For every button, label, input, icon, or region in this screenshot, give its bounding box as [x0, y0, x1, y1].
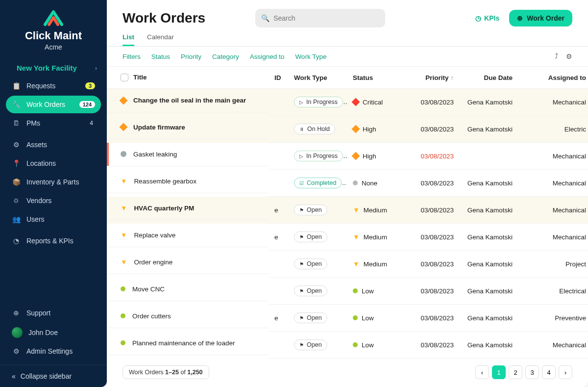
row-title: Update firmware — [133, 124, 185, 131]
diamond-icon — [120, 123, 128, 131]
nav-pms[interactable]: 🗓PMs 4 — [6, 114, 101, 132]
table-row[interactable]: ▼Replace valve e ⚑Open ▼Medium 03/08/202… — [107, 224, 588, 251]
col-work-type[interactable]: Work Type — [288, 67, 347, 89]
nav-vendors[interactable]: ⛭Vendors — [6, 192, 101, 209]
sort-asc-icon: ↑ — [451, 74, 454, 81]
cell-id: e — [269, 305, 288, 332]
filter-filters[interactable]: Filters — [122, 53, 141, 60]
cell-status: ▷In Progress — [288, 89, 347, 116]
pager-page[interactable]: 1 — [492, 365, 506, 379]
cell-due: 03/08/2023 — [401, 143, 460, 170]
cell-title: Order cutters — [107, 305, 269, 328]
table-row[interactable]: Planned maintenance of the loader ⚑Open … — [107, 332, 588, 359]
priority-low-icon — [353, 288, 358, 293]
table-row[interactable]: Change the oil seal in the main gear ▷In… — [107, 89, 588, 116]
table-row[interactable]: Gasket leaking ▷In Progress High 03/08/2… — [107, 143, 588, 170]
cell-work-type: Electric — [518, 116, 588, 143]
search-input[interactable] — [273, 14, 379, 22]
table-row[interactable]: Order cutters e ⚑Open Low 03/08/2023 Gen… — [107, 305, 588, 332]
status-icon: ⚑ — [299, 315, 304, 321]
header-row: Work Orders 🔍 ◷ KPIs ⊕ Work Order — [107, 0, 588, 27]
cell-status: ▷In Progress — [288, 143, 347, 170]
cell-title: Move CNC — [107, 278, 269, 301]
table-row[interactable]: Move CNC ⚑Open Low 03/08/2023 Gena Kamot… — [107, 278, 588, 305]
cell-due: 03/08/2023 — [401, 197, 460, 224]
cell-due: 03/08/2023 — [401, 305, 460, 332]
cell-title: ▼Replace valve — [107, 224, 269, 247]
cell-assignee — [460, 143, 518, 170]
gear-icon: ⚙ — [12, 347, 21, 356]
pager-page[interactable]: 4 — [542, 365, 556, 379]
pager: ‹ 1234 › — [475, 365, 572, 379]
collapse-sidebar[interactable]: « Collapse sidebar — [0, 365, 107, 387]
facility-selector[interactable]: New York Facility › — [0, 55, 107, 77]
filter-assigned-to[interactable]: Assigned to — [250, 53, 285, 60]
col-status[interactable]: Status — [347, 67, 401, 89]
export-icon[interactable]: ⤴ — [555, 52, 558, 60]
cell-id — [269, 170, 288, 197]
nav-label: Inventory & Parts — [26, 178, 79, 186]
col-priority[interactable]: Priority↑ — [401, 67, 460, 89]
assignee-name: Gena Kamotski — [467, 260, 513, 268]
primary-nav: 📋Requests 3 🔧Work Orders 124 🗓PMs 4 ⚙Ass… — [0, 77, 107, 251]
nav-label: Locations — [26, 159, 56, 167]
filter-status[interactable]: Status — [151, 53, 170, 60]
tab-calendar[interactable]: Calendar — [147, 29, 174, 46]
nav-locations[interactable]: 📍Locations — [6, 155, 101, 172]
search-box[interactable]: 🔍 — [255, 9, 385, 27]
nav-requests[interactable]: 📋Requests 3 — [6, 77, 101, 95]
priority-label: Medium — [364, 206, 387, 214]
cell-id — [269, 89, 288, 116]
settings-icon[interactable]: ⚙ — [566, 52, 572, 60]
new-work-order-button[interactable]: ⊕ Work Order — [509, 10, 572, 26]
nav-users[interactable]: 👥Users — [6, 210, 101, 228]
nav-label: Vendors — [26, 197, 51, 205]
kpis-link[interactable]: ◷ KPIs — [475, 14, 499, 22]
col-title[interactable]: Title — [107, 67, 269, 89]
current-user[interactable]: John Doe — [6, 323, 101, 342]
pager-next[interactable]: › — [559, 365, 572, 379]
col-due-date[interactable]: Due Date — [460, 67, 518, 89]
status-pill: ⚑Open — [294, 205, 327, 215]
table-row[interactable]: ▼HVAC quarterly PM e ⚑Open ▼Medium 03/08… — [107, 197, 588, 224]
filter-category[interactable]: Category — [212, 53, 239, 60]
diamond-icon — [120, 96, 128, 104]
filter-work-type[interactable]: Work Type — [295, 53, 326, 60]
pager-page[interactable]: 3 — [525, 365, 539, 379]
priority-high-icon — [352, 152, 360, 160]
assets-icon: ⚙ — [12, 140, 21, 149]
table-row[interactable]: ▼Order engine ⚑Open ▼Medium 03/08/2023 G… — [107, 251, 588, 278]
priority-label: Low — [362, 287, 374, 295]
select-all-checkbox[interactable] — [121, 74, 128, 81]
nav-admin-settings[interactable]: ⚙Admin Settings — [6, 342, 101, 360]
cell-work-type: Mechanical — [518, 143, 588, 170]
cell-work-type: Mechanical — [518, 224, 588, 251]
nav-inventory[interactable]: 📦Inventory & Parts — [6, 173, 101, 191]
pms-count: 4 — [90, 120, 95, 127]
status-pill: ⚑Open — [294, 285, 327, 296]
table-row[interactable]: Update firmware ⏸On Hold High 03/08/2023… — [107, 116, 588, 143]
tab-list[interactable]: List — [122, 29, 134, 46]
priority-label: Medium — [364, 233, 387, 241]
nav-support[interactable]: ⊕Support — [6, 304, 101, 322]
kpis-label: KPIs — [484, 14, 499, 22]
col-id[interactable]: ID — [269, 67, 288, 89]
nav-work-orders[interactable]: 🔧Work Orders 124 — [6, 96, 101, 113]
assignee-name: Gena Kamotski — [467, 233, 513, 241]
cell-assignee: Gena Kamotski — [460, 116, 518, 143]
triangle-icon: ▼ — [121, 258, 127, 266]
col-assigned-to[interactable]: Assigned to — [518, 67, 588, 89]
table-row[interactable]: ▼Reassemble gearbox ☑Completed None 03/0… — [107, 170, 588, 197]
pager-page[interactable]: 2 — [509, 365, 522, 379]
pager-prev[interactable]: ‹ — [475, 365, 489, 379]
chevron-right-icon: › — [95, 65, 97, 72]
nav-assets[interactable]: ⚙Assets — [6, 136, 101, 154]
collapse-label: Collapse sidebar — [21, 372, 72, 380]
assignee-name: Gena Kamotski — [467, 206, 513, 214]
cell-assignee: Gena Kamotski — [460, 278, 518, 305]
nav-reports[interactable]: ◔Reports & KPIs — [6, 232, 101, 250]
assignee-name: Gena Kamotski — [467, 99, 513, 106]
cell-work-type: Project — [518, 251, 588, 278]
page-title: Work Orders — [122, 10, 205, 26]
filter-priority[interactable]: Priority — [181, 53, 201, 60]
